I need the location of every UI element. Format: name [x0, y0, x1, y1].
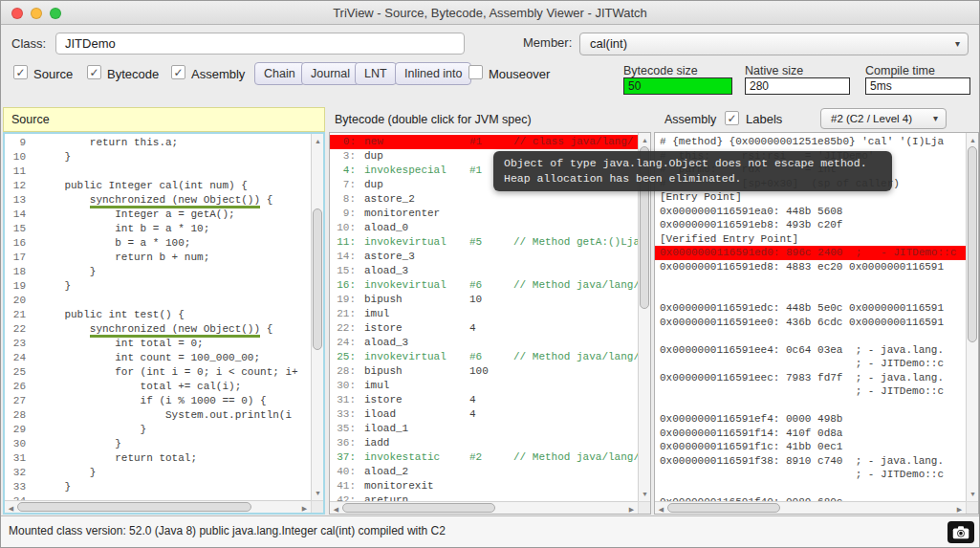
class-input[interactable]: JITDemo — [55, 33, 465, 55]
scroll-right-icon[interactable]: ▶ — [626, 504, 637, 515]
scroll-down-icon[interactable]: ▼ — [968, 489, 978, 499]
mouseover-checkbox[interactable] — [468, 65, 483, 79]
source-line[interactable]: 30 } — [5, 437, 311, 451]
source-line[interactable]: 33 } — [5, 480, 311, 494]
scroll-left-icon[interactable]: ◀ — [331, 504, 341, 515]
assembly-line[interactable]: 0x0000000116591f38: 8910 c740 ; - java.l… — [655, 454, 966, 469]
source-line[interactable]: 19 } — [5, 279, 311, 294]
source-line[interactable]: 10 } — [5, 150, 311, 164]
assembly-line[interactable] — [655, 399, 966, 413]
source-line[interactable]: 11 — [5, 164, 311, 179]
assembly-line[interactable]: 0x0000000116591f14: 410f 0d8a — [655, 427, 966, 441]
screenshot-button[interactable] — [947, 521, 974, 543]
assembly-horizontal-scrollbar[interactable]: ◀ ▶ — [655, 501, 966, 514]
labels-checkbox[interactable]: ✓ — [725, 111, 739, 125]
bytecode-row[interactable]: 21:imul — [330, 307, 638, 321]
source-checkbox[interactable]: ✓ — [13, 65, 28, 79]
bytecode-row[interactable]: 25:invokevirtual#6// Method java/lang/ — [330, 350, 638, 364]
assembly-line[interactable]: [Entry Point] — [655, 190, 966, 205]
inlined-into-button[interactable]: Inlined into — [395, 62, 471, 85]
source-code[interactable]: 9 return this.a;10 }1112 public Integer … — [5, 134, 311, 500]
bytecode-row[interactable]: 14:astore_3 — [330, 250, 638, 264]
bytecode-row[interactable]: 19:bipush10 — [330, 293, 638, 307]
source-line[interactable]: 26 total += cal(i); — [5, 380, 311, 394]
scrollbar-thumb[interactable] — [313, 208, 322, 350]
scroll-down-icon[interactable]: ▼ — [313, 488, 323, 498]
journal-button[interactable]: Journal — [301, 62, 359, 85]
source-line[interactable]: 24 int count = 100_000_00; — [5, 351, 311, 365]
assembly-line[interactable] — [655, 482, 966, 496]
assembly-line[interactable]: ; - JITDemo::c — [655, 468, 966, 482]
source-line[interactable]: 15 int b = a * 10; — [5, 222, 311, 236]
source-line[interactable]: 9 return this.a; — [5, 136, 311, 150]
bytecode-row[interactable]: 10:aload_0 — [330, 221, 638, 235]
assembly-line[interactable]: 0x0000000116591f1c: 41bb 0ec1 — [655, 440, 966, 454]
maximize-window-icon[interactable] — [50, 8, 61, 19]
bytecode-row[interactable]: 0:new#1// class java/lang/ — [330, 135, 638, 149]
chain-button[interactable]: Chain — [254, 62, 305, 85]
assembly-line[interactable]: ; - JITDemo::c — [655, 384, 966, 399]
source-line[interactable]: 18 } — [5, 265, 311, 279]
bytecode-row[interactable]: 9:monitorenter — [330, 207, 638, 221]
source-line[interactable]: 23 int total = 0; — [5, 337, 311, 351]
bytecode-row[interactable]: 8:astore_2 — [330, 192, 638, 207]
source-line[interactable]: 12 public Integer cal(int num) { — [5, 179, 311, 193]
scroll-up-icon[interactable]: ▲ — [640, 135, 650, 145]
assembly-line[interactable]: [Verified Entry Point] — [655, 232, 966, 247]
bytecode-row[interactable]: 36:iadd — [330, 436, 638, 450]
assembly-checkbox[interactable]: ✓ — [171, 65, 185, 79]
source-line[interactable]: 13 synchronized (new Object()) { — [5, 193, 311, 208]
bytecode-row[interactable]: 33:iload4 — [330, 407, 638, 422]
bytecode-row[interactable]: 31:istore4 — [330, 393, 638, 407]
assembly-line[interactable]: # {method} {0x00000001251e85b0} 'cal' '(… — [655, 135, 966, 149]
source-horizontal-scrollbar[interactable]: ◀ ▶ — [5, 500, 311, 513]
source-line[interactable]: 21 public int test() { — [5, 308, 311, 322]
source-line[interactable]: 17 return b + num; — [5, 251, 311, 265]
bytecode-row[interactable]: 37:invokestatic#2// Method java/lang/ — [330, 450, 638, 465]
source-line[interactable]: 28 System.out.println(i — [5, 408, 311, 423]
bytecode-horizontal-scrollbar[interactable]: ◀ ▶ — [330, 501, 638, 514]
scroll-left-icon[interactable]: ◀ — [656, 504, 666, 515]
assembly-line[interactable]: 0x0000000116591eec: 7983 fd7f ; - java.l… — [655, 371, 966, 385]
bytecode-row[interactable]: 35:iload_1 — [330, 422, 638, 436]
scrollbar-thumb[interactable] — [667, 503, 780, 513]
assembly-line[interactable]: 0x0000000116591eb8: 493b c20f — [655, 218, 966, 232]
assembly-line[interactable]: ; - JITDemo::c — [655, 357, 966, 371]
bytecode-row[interactable]: 16:invokevirtual#6// Method java/lang/ — [330, 278, 638, 293]
source-line[interactable]: 32 } — [5, 466, 311, 480]
bytecode-row[interactable]: 24:aload_3 — [330, 336, 638, 350]
source-line[interactable]: 27 if (i % 1000 == 0) { — [5, 394, 311, 408]
assembly-line[interactable]: 0x0000000116591ef4: 0000 498b — [655, 412, 966, 427]
close-window-icon[interactable] — [11, 8, 23, 19]
scrollbar-thumb[interactable] — [342, 503, 495, 513]
assembly-line[interactable]: 0x0000000116591edc: 448b 5e0c 0x00000001… — [655, 301, 966, 316]
scroll-right-icon[interactable]: ▶ — [299, 503, 310, 514]
assembly-line[interactable] — [655, 274, 966, 288]
minimize-window-icon[interactable] — [31, 8, 42, 19]
scroll-up-icon[interactable]: ▲ — [968, 135, 978, 145]
assembly-vertical-scrollbar[interactable]: ▲ ▼ — [966, 133, 978, 501]
bytecode-row[interactable]: 41:monitorexit — [330, 479, 638, 493]
scrollbar-thumb[interactable] — [968, 146, 977, 342]
source-line[interactable]: 22 synchronized (new Object()) { — [5, 322, 311, 337]
bytecode-row[interactable]: 15:aload_3 — [330, 264, 638, 278]
compiler-select[interactable]: #2 (C2 / Level 4) ▾ — [820, 108, 947, 129]
bytecode-row[interactable]: 30:imul — [330, 379, 638, 393]
scroll-down-icon[interactable]: ▼ — [640, 489, 650, 499]
scroll-right-icon[interactable]: ▶ — [954, 504, 965, 515]
assembly-line[interactable]: 0x0000000116591ed8: 4883 ec20 0x00000001… — [655, 260, 966, 274]
source-vertical-scrollbar[interactable]: ▲ ▼ — [311, 134, 323, 500]
source-line[interactable]: 20 — [5, 294, 311, 308]
bytecode-checkbox[interactable]: ✓ — [87, 65, 101, 79]
scrollbar-thumb[interactable] — [17, 502, 251, 512]
source-line[interactable]: 29 } — [5, 423, 311, 437]
lnt-button[interactable]: LNT — [355, 62, 397, 85]
bytecode-row[interactable]: 11:invokevirtual#5// Method getA:()Lja — [330, 235, 638, 250]
bytecode-row[interactable]: 28:bipush100 — [330, 364, 638, 379]
assembly-line[interactable] — [655, 288, 966, 302]
source-line[interactable]: 25 for (int i = 0; i < count; i+ — [5, 365, 311, 380]
assembly-line[interactable]: 0x0000000116591ea0: 448b 5608 — [655, 205, 966, 219]
bytecode-row[interactable]: 22:istore4 — [330, 321, 638, 336]
scroll-left-icon[interactable]: ◀ — [6, 503, 16, 514]
assembly-line[interactable] — [655, 329, 966, 343]
